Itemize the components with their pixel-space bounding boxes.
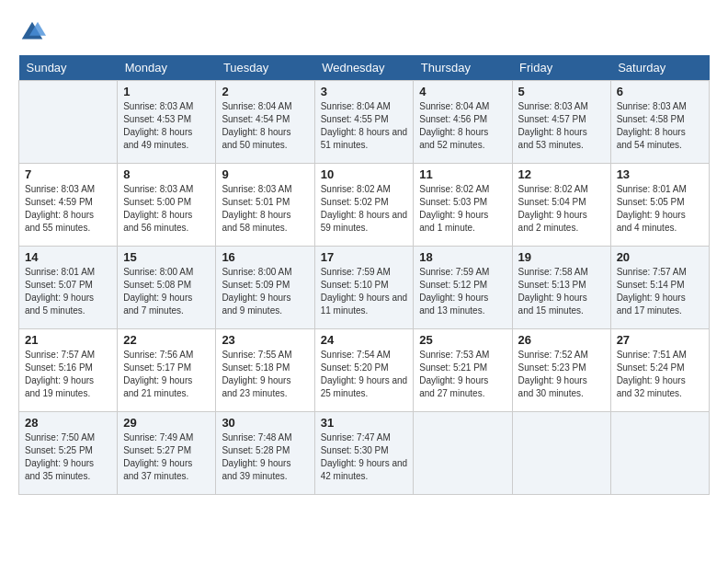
day-info: Sunrise: 8:04 AMSunset: 4:54 PMDaylight:… (222, 100, 308, 152)
day-info: Sunrise: 7:53 AMSunset: 5:21 PMDaylight:… (419, 349, 506, 400)
calendar-cell: 14Sunrise: 8:01 AMSunset: 5:07 PMDayligh… (19, 247, 118, 329)
calendar-cell: 31Sunrise: 7:47 AMSunset: 5:30 PMDayligh… (314, 412, 414, 495)
day-number: 24 (321, 333, 408, 347)
calendar-cell (512, 412, 610, 495)
logo (18, 18, 50, 46)
day-number: 3 (321, 85, 408, 98)
day-number: 26 (518, 333, 605, 347)
calendar-cell: 15Sunrise: 8:00 AMSunset: 5:08 PMDayligh… (118, 247, 216, 329)
day-info: Sunrise: 7:54 AMSunset: 5:20 PMDaylight:… (321, 349, 408, 400)
calendar-cell: 1Sunrise: 8:03 AMSunset: 4:53 PMDaylight… (118, 81, 216, 164)
day-info: Sunrise: 7:49 AMSunset: 5:27 PMDaylight:… (123, 431, 210, 483)
calendar-cell: 16Sunrise: 8:00 AMSunset: 5:09 PMDayligh… (216, 247, 314, 329)
day-info: Sunrise: 7:59 AMSunset: 5:12 PMDaylight:… (419, 266, 506, 317)
day-info: Sunrise: 7:47 AMSunset: 5:30 PMDaylight:… (321, 431, 408, 483)
day-number: 17 (321, 250, 408, 264)
calendar-cell (19, 81, 118, 164)
calendar-cell: 18Sunrise: 7:59 AMSunset: 5:12 PMDayligh… (414, 247, 512, 329)
day-info: Sunrise: 7:59 AMSunset: 5:10 PMDaylight:… (321, 266, 408, 317)
calendar-cell: 23Sunrise: 7:55 AMSunset: 5:18 PMDayligh… (216, 329, 314, 412)
calendar-cell: 24Sunrise: 7:54 AMSunset: 5:20 PMDayligh… (314, 329, 414, 412)
day-info: Sunrise: 7:52 AMSunset: 5:23 PMDaylight:… (518, 349, 605, 400)
day-info: Sunrise: 8:04 AMSunset: 4:56 PMDaylight:… (419, 100, 506, 152)
calendar-cell: 2Sunrise: 8:04 AMSunset: 4:54 PMDaylight… (216, 81, 314, 164)
weekday-header-row: SundayMondayTuesdayWednesdayThursdayFrid… (19, 55, 710, 81)
calendar-week-row: 1Sunrise: 8:03 AMSunset: 4:53 PMDaylight… (19, 81, 710, 164)
day-number: 4 (419, 85, 506, 98)
calendar-cell: 17Sunrise: 7:59 AMSunset: 5:10 PMDayligh… (314, 247, 414, 329)
day-info: Sunrise: 8:04 AMSunset: 4:55 PMDaylight:… (321, 100, 408, 152)
calendar-cell: 6Sunrise: 8:03 AMSunset: 4:58 PMDaylight… (610, 81, 709, 164)
day-number: 25 (419, 333, 506, 347)
calendar-cell: 3Sunrise: 8:04 AMSunset: 4:55 PMDaylight… (314, 81, 414, 164)
day-number: 22 (123, 333, 210, 347)
weekday-sunday: Sunday (19, 55, 118, 81)
day-number: 8 (123, 167, 210, 181)
day-info: Sunrise: 7:57 AMSunset: 5:16 PMDaylight:… (25, 349, 111, 400)
day-info: Sunrise: 7:50 AMSunset: 5:25 PMDaylight:… (25, 431, 111, 483)
day-info: Sunrise: 7:51 AMSunset: 5:24 PMDaylight:… (617, 349, 703, 400)
day-info: Sunrise: 8:01 AMSunset: 5:05 PMDaylight:… (617, 183, 703, 235)
calendar-cell: 13Sunrise: 8:01 AMSunset: 5:05 PMDayligh… (610, 164, 709, 247)
weekday-wednesday: Wednesday (314, 55, 414, 81)
calendar-cell: 26Sunrise: 7:52 AMSunset: 5:23 PMDayligh… (512, 329, 610, 412)
weekday-saturday: Saturday (610, 55, 709, 81)
calendar-cell: 12Sunrise: 8:02 AMSunset: 5:04 PMDayligh… (512, 164, 610, 247)
day-number: 12 (518, 167, 605, 181)
calendar-cell (610, 412, 709, 495)
day-number: 18 (419, 250, 506, 264)
day-number: 23 (222, 333, 308, 347)
calendar-cell: 30Sunrise: 7:48 AMSunset: 5:28 PMDayligh… (216, 412, 314, 495)
logo-icon (18, 18, 46, 46)
weekday-thursday: Thursday (414, 55, 512, 81)
day-info: Sunrise: 8:02 AMSunset: 5:04 PMDaylight:… (518, 183, 605, 235)
day-number: 28 (25, 416, 111, 430)
day-number: 13 (617, 167, 703, 181)
day-info: Sunrise: 8:03 AMSunset: 4:59 PMDaylight:… (25, 183, 111, 235)
calendar-cell: 28Sunrise: 7:50 AMSunset: 5:25 PMDayligh… (19, 412, 118, 495)
calendar-cell: 20Sunrise: 7:57 AMSunset: 5:14 PMDayligh… (610, 247, 709, 329)
calendar-cell: 9Sunrise: 8:03 AMSunset: 5:01 PMDaylight… (216, 164, 314, 247)
calendar-week-row: 7Sunrise: 8:03 AMSunset: 4:59 PMDaylight… (19, 164, 710, 247)
day-number: 27 (617, 333, 703, 347)
calendar-cell: 29Sunrise: 7:49 AMSunset: 5:27 PMDayligh… (118, 412, 216, 495)
day-info: Sunrise: 8:02 AMSunset: 5:02 PMDaylight:… (321, 183, 408, 235)
day-number: 6 (617, 85, 703, 98)
weekday-friday: Friday (512, 55, 610, 81)
day-number: 11 (419, 167, 506, 181)
day-number: 19 (518, 250, 605, 264)
day-number: 21 (25, 333, 111, 347)
day-number: 1 (123, 85, 210, 98)
day-info: Sunrise: 7:58 AMSunset: 5:13 PMDaylight:… (518, 266, 605, 317)
weekday-monday: Monday (118, 55, 216, 81)
day-info: Sunrise: 8:00 AMSunset: 5:08 PMDaylight:… (123, 266, 210, 317)
day-info: Sunrise: 8:03 AMSunset: 4:58 PMDaylight:… (617, 100, 703, 152)
calendar-cell: 5Sunrise: 8:03 AMSunset: 4:57 PMDaylight… (512, 81, 610, 164)
day-number: 7 (25, 167, 111, 181)
day-number: 10 (321, 167, 408, 181)
day-info: Sunrise: 8:01 AMSunset: 5:07 PMDaylight:… (25, 266, 111, 317)
day-number: 20 (617, 250, 703, 264)
calendar-cell: 11Sunrise: 8:02 AMSunset: 5:03 PMDayligh… (414, 164, 512, 247)
day-info: Sunrise: 8:02 AMSunset: 5:03 PMDaylight:… (419, 183, 506, 235)
day-number: 15 (123, 250, 210, 264)
calendar-cell: 25Sunrise: 7:53 AMSunset: 5:21 PMDayligh… (414, 329, 512, 412)
day-info: Sunrise: 8:03 AMSunset: 4:57 PMDaylight:… (518, 100, 605, 152)
day-number: 14 (25, 250, 111, 264)
calendar-cell: 7Sunrise: 8:03 AMSunset: 4:59 PMDaylight… (19, 164, 118, 247)
day-info: Sunrise: 8:03 AMSunset: 4:53 PMDaylight:… (123, 100, 210, 152)
day-number: 16 (222, 250, 308, 264)
calendar-cell: 27Sunrise: 7:51 AMSunset: 5:24 PMDayligh… (610, 329, 709, 412)
calendar-week-row: 21Sunrise: 7:57 AMSunset: 5:16 PMDayligh… (19, 329, 710, 412)
day-number: 5 (518, 85, 605, 98)
calendar-cell: 22Sunrise: 7:56 AMSunset: 5:17 PMDayligh… (118, 329, 216, 412)
day-number: 30 (222, 416, 308, 430)
calendar-table: SundayMondayTuesdayWednesdayThursdayFrid… (18, 55, 710, 495)
calendar-week-row: 14Sunrise: 8:01 AMSunset: 5:07 PMDayligh… (19, 247, 710, 329)
day-info: Sunrise: 7:56 AMSunset: 5:17 PMDaylight:… (123, 349, 210, 400)
calendar-week-row: 28Sunrise: 7:50 AMSunset: 5:25 PMDayligh… (19, 412, 710, 495)
day-info: Sunrise: 8:00 AMSunset: 5:09 PMDaylight:… (222, 266, 308, 317)
day-number: 31 (321, 416, 408, 430)
day-info: Sunrise: 7:57 AMSunset: 5:14 PMDaylight:… (617, 266, 703, 317)
calendar-cell: 19Sunrise: 7:58 AMSunset: 5:13 PMDayligh… (512, 247, 610, 329)
